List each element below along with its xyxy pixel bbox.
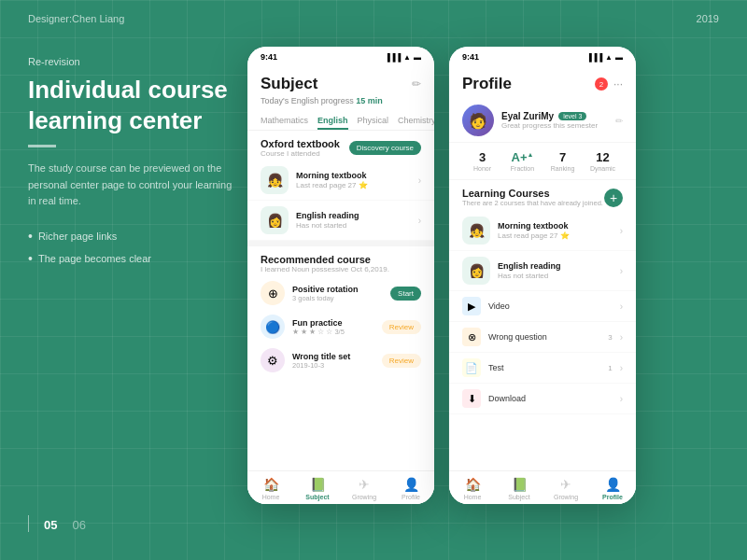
review-button-1[interactable]: Review [382, 320, 421, 334]
course-item-1[interactable]: 👧 Morning textbook Last read page 27 ⭐ › [247, 161, 434, 201]
chevron-1: › [418, 175, 421, 186]
bullet-2: The page becomes clear [28, 251, 233, 266]
ql-wq-count: 3 [608, 333, 612, 342]
nav-growing-1[interactable]: ✈ Growing [341, 477, 388, 500]
phone-profile: 9:41 ▐▐▐ ▲ ▬ Profile 2 ··· 🧑 [449, 47, 636, 504]
left-panel: Re-revision Individual course learning c… [28, 56, 233, 273]
nav-growing-label-1: Growing [352, 494, 376, 500]
rec-info-2: Fun practice ★ ★ ★ ☆ ☆ 3/5 [292, 318, 374, 336]
ql-video[interactable]: ▶ Video › [449, 291, 636, 322]
progress-text: Today's English progress 15 min [261, 96, 421, 105]
stat-dynamic: 12 Dynamic [583, 150, 623, 172]
rec-icon-1: ⊕ [261, 281, 285, 305]
review-button-2[interactable]: Review [382, 354, 421, 368]
nav-home-label-2: Home [464, 494, 482, 500]
ql-video-chevron: › [620, 301, 623, 312]
ql-video-label: Video [488, 301, 605, 311]
phone1-header: Subject ✏ Today's English progress 15 mi… [247, 67, 434, 111]
profile-title: Profile [462, 75, 512, 93]
stats-row: 3 Honor A+▲ Fraction 7 Ranking 12 Dynami… [449, 143, 636, 180]
tab-physical[interactable]: Physical [358, 111, 389, 130]
lc-sub-2: Has not started [498, 272, 613, 280]
ql-download[interactable]: ⬇ Download › [449, 384, 636, 414]
signal-icon-2: ▐▐▐ [586, 53, 602, 62]
test-icon: 📄 [462, 358, 481, 377]
chevron-2: › [418, 216, 421, 226]
course-item-2[interactable]: 👩 English reading Has not started › [247, 201, 434, 241]
pagination: 05 06 [28, 515, 86, 532]
phone2-content: Profile 2 ··· 🧑 Eyal ZuriMy level 3 Grea… [449, 67, 636, 504]
stat-honor-value: 3 [462, 150, 502, 164]
lc-name-2: English reading [498, 261, 613, 271]
nav-profile-label-1: Profile [402, 494, 420, 500]
nav-growing-label-2: Growing [554, 494, 578, 500]
nav-growing-2[interactable]: ✈ Growing [543, 477, 589, 500]
tab-math[interactable]: Mathematics [261, 111, 308, 130]
discovery-button[interactable]: Discovery course [349, 141, 421, 155]
status-bar-2: 9:41 ▐▐▐ ▲ ▬ [449, 47, 636, 67]
wifi-icon: ▲ [403, 53, 411, 62]
rec-detail-3: 2019-10-3 [292, 361, 374, 370]
ql-wrong-question[interactable]: ⊗ Wrong question 3 › [449, 322, 636, 353]
stat-ranking: 7 Ranking [543, 150, 583, 172]
phone-subject: 9:41 ▐▐▐ ▲ ▬ Subject ✏ Today's English p… [247, 47, 434, 504]
subject-icon-2: 📗 [512, 477, 528, 492]
edit-icon-2[interactable]: ✏ [615, 116, 623, 126]
lc-title: Learning Courses [462, 188, 604, 199]
status-icons-2: ▐▐▐ ▲ ▬ [586, 53, 623, 62]
page-divider [28, 515, 29, 532]
course-avatar-2: 👩 [261, 206, 289, 234]
course-info-2: English reading Has not started [296, 211, 411, 230]
user-info: Eyal ZuriMy level 3 Great progress this … [501, 111, 608, 130]
course-avatar-1: 👧 [261, 166, 289, 194]
main-title: Individual course learning center [28, 75, 233, 135]
nav-profile-2[interactable]: 👤 Profile [589, 477, 636, 500]
rec-icon-2: 🔵 [261, 315, 285, 339]
growing-icon-2: ✈ [560, 477, 571, 492]
rec-name-2: Fun practice [292, 318, 374, 328]
nav-subject-label-1: Subject [305, 494, 329, 500]
video-icon: ▶ [462, 297, 481, 315]
notification-badge[interactable]: 2 [595, 77, 608, 91]
profile-icon-1: 👤 [403, 477, 419, 492]
tab-chemistry[interactable]: Chemistry [398, 111, 434, 130]
more-options-icon[interactable]: ··· [613, 77, 623, 91]
nav-profile-1[interactable]: 👤 Profile [388, 477, 434, 500]
home-icon-1: 🏠 [263, 477, 279, 492]
user-name: Eyal ZuriMy [501, 111, 554, 121]
stat-dynamic-value: 12 [583, 150, 623, 164]
edit-icon-1[interactable]: ✏ [412, 77, 421, 91]
ql-test[interactable]: 📄 Test 1 › [449, 353, 636, 384]
battery-icon: ▬ [414, 53, 421, 62]
course-name-2: English reading [296, 211, 411, 220]
download-icon: ⬇ [462, 389, 481, 408]
lc-course-2[interactable]: 👩 English reading Has not started › [449, 251, 636, 291]
nav-home-label-1: Home [262, 494, 280, 500]
ql-download-label: Download [488, 394, 605, 403]
ql-wq-label: Wrong question [488, 332, 600, 342]
rec-header: Recommended course I learned Noun posses… [247, 246, 434, 276]
oxford-section-header: Oxford textbook Course I attended Discov… [247, 131, 434, 161]
lc-info-1: Morning textbook Last read page 27 ⭐ [498, 221, 613, 240]
bottom-nav-2: 🏠 Home 📗 Subject ✈ Growing 👤 Profile [449, 470, 636, 504]
add-course-button[interactable]: + [604, 189, 623, 207]
level-badge: level 3 [558, 112, 586, 120]
title-underline [28, 145, 56, 147]
subject-icon-1: 📗 [310, 477, 326, 492]
start-button-1[interactable]: Start [390, 287, 421, 301]
lc-info: Learning Courses There are 2 courses tha… [462, 188, 604, 207]
nav-subject-2[interactable]: 📗 Subject [496, 477, 543, 500]
lc-chevron-2: › [620, 266, 623, 276]
oxford-title: Oxford textbook [261, 138, 340, 149]
ql-wq-chevron: › [620, 332, 623, 343]
nav-home-2[interactable]: 🏠 Home [449, 477, 496, 500]
subject-tabs: Mathematics English Physical Chemistry [247, 111, 434, 131]
nav-subject-1[interactable]: 📗 Subject [294, 477, 341, 500]
bullet-list: Richer page links The page becomes clear [28, 229, 233, 266]
lc-course-1[interactable]: 👧 Morning textbook Last read page 27 ⭐ › [449, 211, 636, 251]
user-card: 🧑 Eyal ZuriMy level 3 Great progress thi… [449, 99, 636, 143]
page-next: 06 [72, 518, 85, 532]
nav-home-1[interactable]: 🏠 Home [247, 477, 294, 500]
profile-badge: 2 ··· [595, 77, 623, 91]
tab-english[interactable]: English [317, 111, 348, 130]
